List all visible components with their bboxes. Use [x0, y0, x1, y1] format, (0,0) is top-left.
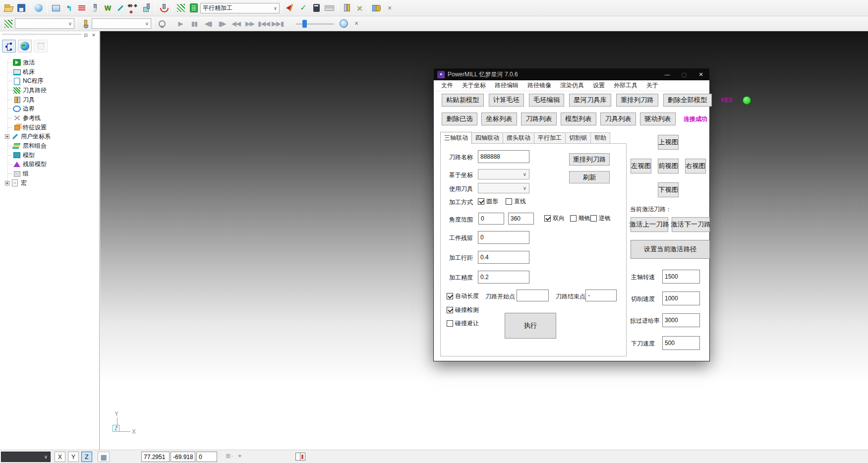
coord-y-input[interactable]	[171, 452, 195, 462]
save-icon[interactable]	[15, 2, 27, 14]
tree-item-residual-model[interactable]: 残留模型	[3, 160, 98, 170]
menu-external-tools[interactable]: 外部工具	[609, 81, 642, 90]
menu-path-mirror[interactable]: 路径镜像	[523, 81, 556, 90]
speed-slider[interactable]	[295, 19, 334, 29]
tool-arc-simulate-icon[interactable]	[158, 2, 170, 14]
compute-stock-button[interactable]: 计算毛坯	[489, 94, 524, 107]
tool-dropdown[interactable]: ∨	[92, 18, 151, 29]
panel-close-icon[interactable]: ✕	[90, 32, 97, 38]
stepover-input[interactable]	[478, 251, 529, 264]
trash-icon[interactable]	[34, 40, 48, 53]
toolpath-dropdown[interactable]: ∨	[15, 18, 74, 29]
panel-float-icon[interactable]: ⊡	[82, 32, 89, 38]
boundary-icon[interactable]	[102, 2, 114, 14]
collision-avoid-checkbox[interactable]: 碰撞避让	[447, 319, 479, 328]
plunge-speed-input[interactable]	[662, 336, 700, 350]
menu-settings[interactable]: 设置	[588, 81, 609, 90]
expand-icon[interactable]	[5, 134, 9, 139]
coord-z-input[interactable]	[196, 452, 217, 462]
tree-item-reference-line[interactable]: 参考线	[3, 114, 98, 123]
set-active-path-button[interactable]: 设置当前激活路径	[631, 240, 710, 259]
transform-cross-icon[interactable]	[353, 2, 365, 14]
tree-item-feature-set[interactable]: 特征设置	[3, 123, 98, 132]
angle-from-input[interactable]	[478, 213, 504, 225]
activate-next-toolpath-button[interactable]: 激活下一刀路	[672, 217, 710, 232]
grid-toggle-icon[interactable]	[98, 452, 110, 462]
feature-tool-icon[interactable]	[140, 2, 152, 14]
view-left-button[interactable]: 左视图	[631, 159, 651, 174]
globe-icon[interactable]	[18, 40, 32, 53]
spindle-speed-input[interactable]	[662, 270, 700, 284]
activate-prev-toolpath-button[interactable]: 激活上一刀路	[631, 217, 668, 232]
toolbar-close-icon[interactable]	[384, 2, 396, 14]
tree-item-user-coordinate[interactable]: 用户坐标系	[3, 132, 98, 142]
tree-item-activate[interactable]: 激活	[3, 58, 98, 67]
fast-forward-icon[interactable]	[243, 20, 257, 27]
climb-mill-checkbox[interactable]: 顺铣	[570, 214, 590, 223]
ruler-icon[interactable]	[323, 2, 335, 14]
axis-z-button[interactable]: Z	[81, 452, 92, 462]
menu-file[interactable]: 文件	[437, 81, 458, 90]
list-options-icon[interactable]: ≣·	[226, 452, 233, 460]
tab-4axis[interactable]: 四轴联动	[471, 132, 503, 144]
coord-x-input[interactable]	[141, 452, 170, 462]
collision-check-checkbox[interactable]: 碰撞检测	[447, 306, 479, 314]
tree-item-macro[interactable]: 宏	[3, 178, 98, 188]
view-top-button[interactable]: 上视图	[658, 135, 679, 150]
calculator-icon[interactable]	[310, 2, 322, 14]
status-dropdown[interactable]	[1, 452, 51, 462]
stock-remaining-input[interactable]	[478, 231, 529, 244]
cutting-speed-input[interactable]	[662, 291, 700, 305]
toolpath-start-input[interactable]	[517, 289, 549, 301]
tree-item-group[interactable]: 组	[3, 169, 98, 178]
close-button[interactable]: ✕	[693, 68, 709, 80]
tool-icon[interactable]	[79, 18, 91, 30]
maximize-button[interactable]: ▢	[676, 68, 693, 80]
tolerance-input[interactable]	[478, 271, 529, 284]
verify-check-icon[interactable]	[297, 2, 309, 14]
rewind-icon[interactable]	[229, 20, 243, 27]
shaded-sphere-icon[interactable]	[33, 2, 45, 14]
toolpath-name-input[interactable]	[478, 150, 529, 163]
tree-item-tool[interactable]: 刀具	[3, 95, 98, 105]
view-right-button[interactable]: 右视图	[685, 159, 706, 174]
tree-item-model[interactable]: 模型	[3, 151, 98, 160]
compare-solids-icon[interactable]	[371, 2, 383, 14]
tree-item-toolpath[interactable]: 刀具路径	[3, 86, 98, 95]
view-front-button[interactable]: 前视图	[658, 159, 679, 174]
delete-all-models-button[interactable]: 删除全部模型	[663, 94, 712, 107]
panel-drag-handle[interactable]	[2, 34, 81, 36]
view-bottom-button[interactable]: 下视图	[658, 182, 679, 197]
toolbar-close-icon[interactable]	[350, 18, 362, 30]
toolpath-end-input[interactable]	[585, 289, 617, 301]
stock-levels-icon[interactable]	[76, 2, 88, 14]
axe-icon[interactable]	[285, 2, 296, 14]
menu-render-sim[interactable]: 渲染仿真	[556, 81, 588, 90]
minimize-button[interactable]: —	[659, 68, 676, 80]
slider-handle[interactable]	[302, 20, 307, 28]
circle-checkbox[interactable]: 圆形	[478, 197, 498, 206]
open-file-icon[interactable]	[2, 2, 14, 14]
pause-icon[interactable]	[187, 20, 201, 27]
skim-feed-input[interactable]	[662, 313, 700, 327]
tree-item-layers[interactable]: 层和组合	[3, 141, 98, 151]
tool-pair-icon[interactable]	[341, 2, 352, 14]
angle-to-input[interactable]	[508, 213, 534, 225]
strategy-list-icon[interactable]	[188, 2, 200, 14]
drive-list-button[interactable]: 驱动列表	[640, 113, 676, 125]
tree-item-nc-program[interactable]: NC程序	[3, 76, 98, 86]
conventional-mill-checkbox[interactable]: 逆铣	[590, 214, 611, 223]
skip-end-icon[interactable]	[271, 20, 285, 27]
stock-edit-button[interactable]: 毛坯编辑	[529, 94, 564, 107]
use-tool-select[interactable]	[478, 183, 529, 193]
toolpath-list-button[interactable]: 刀路列表	[521, 113, 557, 125]
delete-selected-button[interactable]: 删除已选	[442, 113, 477, 125]
skip-start-icon[interactable]	[257, 20, 271, 27]
tool-list-button[interactable]: 刀具列表	[600, 113, 636, 125]
coordinate-list-button[interactable]: 坐标列表	[481, 113, 517, 125]
bidirectional-checkbox[interactable]: 双向	[544, 214, 565, 223]
toolpath-spring-icon[interactable]	[175, 2, 187, 14]
expand-icon[interactable]	[5, 181, 9, 185]
tab-3axis[interactable]: 三轴联动	[440, 132, 472, 144]
strategy-dropdown[interactable]: 平行精加工 ∨	[200, 3, 280, 13]
